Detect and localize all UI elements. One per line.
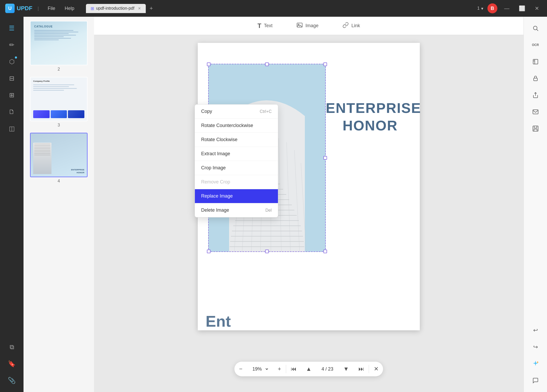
sidebar-ocr-button[interactable]: OCR bbox=[528, 38, 543, 52]
sidebar-save-button[interactable] bbox=[528, 121, 543, 136]
handle-top-right[interactable] bbox=[323, 62, 327, 66]
handle-top-mid[interactable] bbox=[265, 62, 269, 66]
thumbnail-num-2: 2 bbox=[58, 67, 60, 72]
context-copy[interactable]: Copy Ctrl+C bbox=[195, 105, 278, 119]
zoom-display: 19% 25% 50% 75% 100% bbox=[247, 366, 273, 372]
sidebar-item-attach[interactable]: 📎 bbox=[4, 373, 19, 388]
context-rotate-cw-label: Rotate Clockwise bbox=[201, 137, 237, 142]
sidebar-export-button[interactable] bbox=[528, 54, 543, 69]
page-dropdown-icon[interactable]: ▾ bbox=[481, 6, 483, 11]
titlebar: U UPDF | File Help ⊞ updf-introduction-p… bbox=[0, 0, 547, 17]
sidebar-item-pen[interactable]: ✏ bbox=[4, 38, 19, 52]
minimize-button[interactable]: — bbox=[502, 4, 512, 13]
toolbar: T Text Image Link bbox=[94, 17, 523, 35]
context-rotate-cw[interactable]: Rotate Clockwise bbox=[195, 133, 278, 147]
handle-top-left[interactable] bbox=[207, 62, 211, 66]
context-replace-image[interactable]: Replace Image bbox=[195, 189, 278, 203]
last-page-button[interactable]: ⏭ bbox=[354, 362, 369, 376]
search-icon bbox=[532, 25, 539, 31]
user-avatar[interactable]: B bbox=[487, 3, 497, 13]
thumbnail-item-page2: CATALOGUE 2 bbox=[28, 21, 90, 72]
sidebar-share-button[interactable] bbox=[528, 88, 543, 102]
protect-icon bbox=[532, 75, 539, 82]
right-sidebar: OCR ↩ bbox=[523, 17, 547, 392]
thumbnail-page2[interactable]: CATALOGUE bbox=[30, 21, 88, 65]
context-extract-label: Extract Image bbox=[201, 151, 230, 157]
sidebar-ai-button[interactable] bbox=[528, 356, 543, 371]
thumb4-text: ENTERPRISEHONOR bbox=[71, 169, 84, 174]
handle-bottom-left[interactable] bbox=[207, 250, 211, 253]
thumbnail-page4[interactable]: ENTERPRISEHONOR bbox=[30, 133, 88, 177]
tab-updf-intro[interactable]: ⊞ updf-introduction-pdf ✕ bbox=[86, 4, 146, 13]
right-sidebar-bottom: ↩ ↪ bbox=[528, 323, 543, 388]
context-menu: Copy Ctrl+C Rotate Counterclockwise Rota… bbox=[195, 104, 278, 217]
sidebar-undo-button[interactable]: ↩ bbox=[528, 323, 543, 338]
page-nav: 1 ▾ bbox=[477, 6, 483, 11]
svg-rect-35 bbox=[534, 78, 537, 81]
handle-bottom-mid[interactable] bbox=[265, 250, 269, 253]
context-crop-image[interactable]: Crop Image bbox=[195, 161, 278, 175]
tab-close-icon[interactable]: ✕ bbox=[138, 6, 141, 10]
edit-icon: ⬡ bbox=[9, 58, 15, 65]
ocr-icon: OCR bbox=[532, 43, 539, 47]
layers-icon: ⧉ bbox=[10, 343, 14, 351]
handle-bottom-right[interactable] bbox=[323, 250, 327, 253]
next-page-button[interactable]: ▼ bbox=[339, 362, 354, 376]
link-tool[interactable]: Link bbox=[338, 20, 364, 32]
menu-file[interactable]: File bbox=[44, 4, 59, 13]
text-tool[interactable]: T Text bbox=[253, 20, 277, 32]
maximize-button[interactable]: ⬜ bbox=[516, 4, 528, 13]
zoom-out-button[interactable]: − bbox=[234, 362, 247, 376]
bottom-toolbar: − 19% 25% 50% 75% 100% + ⏮ ▲ 4 / 23 ▼ ⏭ bbox=[234, 362, 383, 376]
comments-icon: 🗋 bbox=[9, 108, 15, 116]
logo-text: UPDF bbox=[17, 5, 32, 12]
close-button[interactable]: ✕ bbox=[532, 4, 542, 13]
sidebar-item-layers[interactable]: ⧉ bbox=[4, 340, 19, 354]
page-indicator: 4 / 23 bbox=[316, 366, 339, 372]
redo-icon: ↪ bbox=[533, 344, 538, 350]
context-delete-shortcut: Del bbox=[265, 208, 272, 213]
logo-icon: U bbox=[5, 4, 15, 13]
context-crop-label: Crop Image bbox=[201, 165, 226, 171]
sidebar-item-bookmark[interactable]: 🔖 bbox=[4, 356, 19, 371]
image-tool[interactable]: Image bbox=[292, 20, 323, 32]
sidebar-item-comments[interactable]: 🗋 bbox=[4, 105, 19, 119]
thumbnails-icon: ☰ bbox=[9, 25, 15, 32]
context-copy-shortcut: Ctrl+C bbox=[260, 109, 272, 114]
sidebar-protect-button[interactable] bbox=[528, 71, 543, 86]
zoom-select[interactable]: 19% 25% 50% 75% 100% bbox=[251, 366, 269, 372]
app-logo[interactable]: U UPDF bbox=[5, 4, 32, 13]
first-page-button[interactable]: ⏮ bbox=[286, 362, 301, 376]
sidebar-item-organize[interactable]: ⊞ bbox=[4, 88, 19, 102]
thumb3-card3 bbox=[68, 110, 84, 118]
separator: | bbox=[38, 6, 39, 11]
prev-page-button[interactable]: ▲ bbox=[301, 362, 316, 376]
thumb-profile-label: Company Profile bbox=[33, 80, 84, 82]
context-rotate-ccw[interactable]: Rotate Counterclockwise bbox=[195, 119, 278, 133]
sidebar-email-button[interactable] bbox=[528, 105, 543, 119]
sidebar-chat-button[interactable] bbox=[528, 373, 543, 388]
pdf-bottom-partial-text: Ent bbox=[206, 312, 231, 330]
link-tool-label: Link bbox=[351, 23, 360, 28]
thumbnail-page3[interactable]: Company Profile bbox=[30, 77, 88, 121]
sidebar-item-thumbnails[interactable]: ☰ bbox=[4, 21, 19, 36]
sidebar-item-stamp[interactable]: ◫ bbox=[4, 121, 19, 136]
sidebar-item-edit[interactable]: ⬡ bbox=[4, 54, 19, 69]
zoom-in-button[interactable]: + bbox=[273, 362, 286, 376]
image-tool-label: Image bbox=[305, 23, 318, 28]
canvas-area[interactable]: ENTERPRISE HONOR Ent Copy Ctrl+C Rotate … bbox=[94, 35, 523, 392]
enterprise-text: ENTERPRISE bbox=[326, 100, 415, 116]
sidebar-item-pages[interactable]: ⊟ bbox=[4, 71, 19, 86]
honor-text: HONOR bbox=[326, 118, 415, 133]
menu-help[interactable]: Help bbox=[61, 4, 78, 13]
add-tab-button[interactable]: + bbox=[147, 4, 155, 13]
context-extract-image[interactable]: Extract Image bbox=[195, 147, 278, 161]
handle-mid-right[interactable] bbox=[323, 156, 327, 160]
sidebar-search-button[interactable] bbox=[528, 21, 543, 36]
close-toolbar-button[interactable]: ✕ bbox=[369, 362, 383, 376]
sidebar-redo-button[interactable]: ↪ bbox=[528, 340, 543, 354]
context-delete-image[interactable]: Delete Image Del bbox=[195, 203, 278, 217]
share-icon bbox=[532, 92, 539, 98]
svg-line-33 bbox=[537, 30, 538, 31]
main-area: T Text Image Link bbox=[94, 17, 523, 392]
